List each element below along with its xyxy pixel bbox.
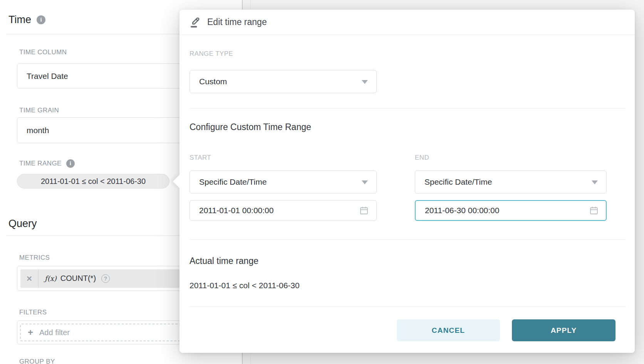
chevron-down-icon xyxy=(592,180,598,184)
time-grain-value: month xyxy=(27,126,49,135)
metrics-label: METRICS xyxy=(19,254,50,262)
metric-name: COUNT(*) xyxy=(60,274,96,283)
start-datetime-input[interactable] xyxy=(190,200,377,221)
add-filter-label: Add filter xyxy=(39,328,70,337)
divider xyxy=(190,239,626,240)
range-type-label: RANGE TYPE xyxy=(190,50,233,58)
query-section-header: Query xyxy=(8,218,37,230)
time-grain-label: TIME GRAIN xyxy=(19,107,59,114)
info-icon[interactable]: i xyxy=(66,159,75,168)
end-label: END xyxy=(415,154,607,162)
plus-icon: + xyxy=(28,328,33,337)
calendar-icon[interactable] xyxy=(589,205,599,215)
apply-button[interactable]: APPLY xyxy=(512,319,615,341)
end-mode-value: Specific Date/Time xyxy=(424,177,492,187)
time-range-value: 2011-01-01 ≤ col < 2011-06-30 xyxy=(41,177,146,186)
start-mode-select[interactable]: Specific Date/Time xyxy=(190,170,377,194)
info-icon[interactable]: i xyxy=(37,15,45,24)
time-section-header: Time i xyxy=(8,14,45,26)
time-column-value: Travel Date xyxy=(27,72,68,81)
actual-range-value: 2011-01-01 ≤ col < 2011-06-30 xyxy=(190,281,300,291)
end-datetime-input[interactable] xyxy=(415,200,607,221)
popover-header: Edit time range xyxy=(179,10,635,35)
time-column-label: TIME COLUMN xyxy=(19,48,67,56)
query-section-title: Query xyxy=(8,218,37,230)
end-mode-select[interactable]: Specific Date/Time xyxy=(415,170,607,194)
pencil-icon xyxy=(189,16,201,28)
remove-metric-icon[interactable]: × xyxy=(20,269,38,288)
start-column: START Specific Date/Time xyxy=(190,154,377,221)
cancel-button[interactable]: CANCEL xyxy=(397,319,500,341)
configure-heading: Configure Custom Time Range xyxy=(190,122,311,132)
divider xyxy=(190,306,626,307)
time-range-pill[interactable]: 2011-01-01 ≤ col < 2011-06-30 xyxy=(17,174,169,189)
end-column: END Specific Date/Time xyxy=(415,154,607,221)
chevron-down-icon xyxy=(362,80,368,84)
calendar-icon[interactable] xyxy=(359,205,369,215)
range-type-select[interactable]: Custom xyxy=(190,70,377,93)
chevron-down-icon xyxy=(362,180,368,184)
token-divider xyxy=(38,269,39,288)
actual-range-heading: Actual time range xyxy=(190,255,258,266)
filters-label: FILTERS xyxy=(19,309,47,316)
start-mode-value: Specific Date/Time xyxy=(199,177,267,187)
popover-title: Edit time range xyxy=(207,17,267,27)
edit-time-range-popover: Edit time range RANGE TYPE Custom Config… xyxy=(179,10,635,353)
range-type-value: Custom xyxy=(199,77,227,86)
start-label: START xyxy=(190,154,377,162)
help-icon[interactable]: ? xyxy=(101,274,110,283)
time-range-label: TIME RANGE i xyxy=(19,159,75,168)
function-icon: ƒ(x) xyxy=(45,274,57,282)
time-section-title: Time xyxy=(8,14,31,26)
group-by-label: GROUP BY xyxy=(19,358,55,364)
divider xyxy=(190,108,626,109)
